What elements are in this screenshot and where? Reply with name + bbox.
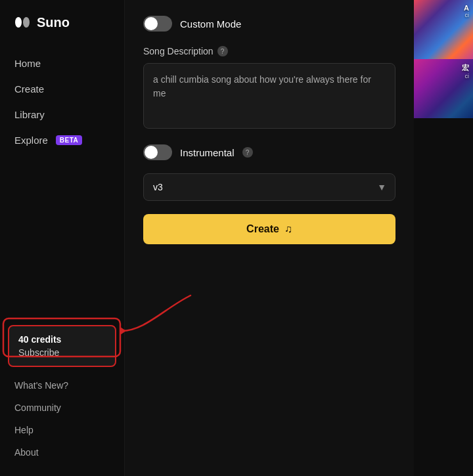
nav-label-explore: Explore xyxy=(14,135,48,146)
song-card-1[interactable]: A ci xyxy=(414,0,473,59)
suno-logo-icon xyxy=(13,13,32,32)
nav-label-create: Create xyxy=(14,83,44,95)
sidebar-item-about[interactable]: About xyxy=(7,442,118,463)
song-description-label: Song Description xyxy=(143,46,214,56)
help-label: Help xyxy=(14,425,34,435)
main-content: Custom Mode Song Description ? Instrumen… xyxy=(125,0,414,476)
song-card-info-2: 宏 ci xyxy=(462,63,469,79)
toggle-knob xyxy=(145,17,158,30)
logo-area: Suno xyxy=(0,13,124,51)
song-card-title-2: 宏 xyxy=(462,63,469,73)
svg-point-1 xyxy=(23,17,30,28)
sidebar-item-create[interactable]: Create xyxy=(7,77,118,101)
song-card-title-1: A xyxy=(464,4,469,12)
beta-badge: BETA xyxy=(56,135,82,145)
song-description-input[interactable] xyxy=(143,63,395,129)
sidebar-item-home[interactable]: Home xyxy=(7,51,118,76)
sidebar: Suno Home Create Library Explore BETA 40… xyxy=(0,0,125,476)
song-card-subtitle-2: ci xyxy=(462,73,469,79)
credits-amount: 40 credits xyxy=(18,334,106,345)
nav-label-home: Home xyxy=(14,58,41,69)
instrumental-help-icon[interactable]: ? xyxy=(242,147,253,158)
instrumental-toggle-knob xyxy=(145,146,158,159)
song-card-info-1: A ci xyxy=(464,4,469,18)
song-description-label-row: Song Description ? xyxy=(143,46,395,56)
custom-mode-toggle[interactable] xyxy=(143,16,172,32)
sidebar-bottom: 40 credits Subscribe What's New? Communi… xyxy=(0,325,124,463)
create-button[interactable]: Create ♫ xyxy=(143,214,395,244)
subscribe-link[interactable]: Subscribe xyxy=(18,347,106,358)
right-panel: A ci 宏 ci xyxy=(414,0,473,476)
music-note-icon: ♫ xyxy=(284,223,292,235)
credits-box: 40 credits Subscribe xyxy=(8,325,116,367)
version-select-container: v3 v2 v1 ▼ xyxy=(143,173,395,201)
custom-mode-label: Custom Mode xyxy=(180,18,241,30)
sidebar-item-library[interactable]: Library xyxy=(7,102,118,127)
nav-items: Home Create Library Explore BETA xyxy=(0,51,124,325)
song-card-2[interactable]: 宏 ci xyxy=(414,59,473,118)
svg-point-0 xyxy=(15,17,22,28)
sidebar-item-community[interactable]: Community xyxy=(7,397,118,418)
instrumental-toggle[interactable] xyxy=(143,144,172,160)
instrumental-row: Instrumental ? xyxy=(143,144,395,160)
create-button-label: Create xyxy=(246,223,279,235)
nav-label-library: Library xyxy=(14,109,45,120)
app-name: Suno xyxy=(37,15,70,30)
sidebar-item-explore[interactable]: Explore BETA xyxy=(7,128,118,152)
sidebar-item-whats-new[interactable]: What's New? xyxy=(7,375,118,396)
version-select[interactable]: v3 v2 v1 xyxy=(143,173,395,201)
sidebar-item-help[interactable]: Help xyxy=(7,420,118,441)
song-description-help-icon[interactable]: ? xyxy=(217,46,228,56)
whats-new-label: What's New? xyxy=(14,380,68,391)
song-card-subtitle-1: ci xyxy=(464,12,469,18)
about-label: About xyxy=(14,447,39,458)
custom-mode-row: Custom Mode xyxy=(143,16,395,32)
instrumental-label: Instrumental xyxy=(180,147,235,158)
community-label: Community xyxy=(14,402,61,413)
